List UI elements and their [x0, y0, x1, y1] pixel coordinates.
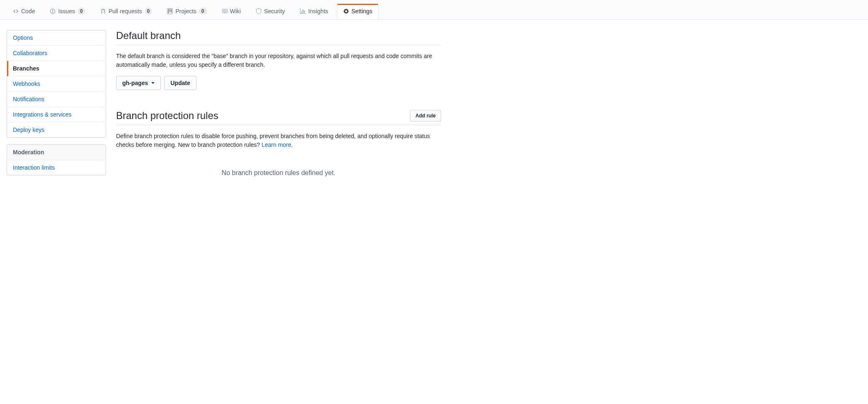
settings-sidebar: Options Collaborators Branches Webhooks …: [7, 30, 106, 190]
tab-label: Issues: [58, 8, 75, 15]
tab-label: Wiki: [230, 8, 241, 15]
default-branch-value: gh-pages: [122, 79, 148, 87]
issues-count: 0: [78, 8, 85, 15]
tab-label: Pull requests: [109, 8, 142, 15]
tab-insights[interactable]: Insights: [294, 3, 335, 19]
sidebar-item-interaction-limits[interactable]: Interaction limits: [7, 160, 106, 175]
tab-settings[interactable]: Settings: [337, 4, 379, 19]
default-branch-subhead: Default branch: [116, 30, 441, 45]
branch-protection-heading: Branch protection rules: [116, 110, 218, 122]
issue-icon: [50, 8, 56, 14]
sidebar-item-options[interactable]: Options: [7, 30, 106, 46]
tab-issues[interactable]: Issues 0: [44, 3, 91, 19]
tab-code[interactable]: Code: [7, 3, 41, 19]
project-icon: [167, 8, 173, 14]
learn-more-link[interactable]: Learn more.: [262, 141, 293, 148]
add-rule-button[interactable]: Add rule: [410, 110, 441, 122]
sidebar-item-integrations[interactable]: Integrations & services: [7, 107, 106, 122]
shield-icon: [256, 8, 262, 14]
sidebar-item-deploy-keys[interactable]: Deploy keys: [7, 122, 106, 137]
settings-content: Default branch The default branch is con…: [116, 30, 441, 190]
settings-menu-primary: Options Collaborators Branches Webhooks …: [7, 30, 106, 138]
tab-security[interactable]: Security: [250, 3, 291, 19]
moderation-heading: Moderation: [7, 145, 106, 160]
gear-icon: [343, 8, 349, 14]
branch-protection-description: Define branch protection rules to disabl…: [116, 132, 441, 149]
pull-request-icon: [100, 8, 106, 14]
tab-pull-requests[interactable]: Pull requests 0: [94, 3, 159, 19]
sidebar-item-notifications[interactable]: Notifications: [7, 92, 106, 107]
settings-menu-moderation: Moderation Interaction limits: [7, 144, 106, 175]
caret-down-icon: [151, 82, 155, 84]
tab-label: Security: [264, 8, 285, 15]
code-icon: [13, 8, 19, 14]
tab-label: Projects: [175, 8, 196, 15]
sidebar-item-webhooks[interactable]: Webhooks: [7, 76, 106, 92]
default-branch-selector[interactable]: gh-pages: [116, 76, 161, 90]
pr-count: 0: [145, 8, 153, 15]
branch-protection-empty-state: No branch protection rules defined yet.: [116, 156, 441, 190]
tab-label: Code: [21, 8, 35, 15]
tab-label: Settings: [352, 8, 373, 15]
book-icon: [222, 8, 228, 14]
tab-wiki[interactable]: Wiki: [216, 3, 247, 19]
tab-projects[interactable]: Projects 0: [161, 3, 213, 19]
update-default-branch-button[interactable]: Update: [164, 76, 196, 90]
projects-count: 0: [199, 8, 207, 15]
branch-protection-subhead: Branch protection rules Add rule: [116, 110, 441, 125]
sidebar-item-branches[interactable]: Branches: [7, 61, 106, 76]
graph-icon: [300, 8, 306, 14]
default-branch-heading: Default branch: [116, 30, 181, 41]
tab-label: Insights: [308, 8, 328, 15]
repo-navigation: Code Issues 0 Pull requests 0 Projects 0…: [0, 0, 868, 20]
default-branch-description: The default branch is considered the “ba…: [116, 52, 441, 69]
sidebar-item-collaborators[interactable]: Collaborators: [7, 46, 106, 61]
